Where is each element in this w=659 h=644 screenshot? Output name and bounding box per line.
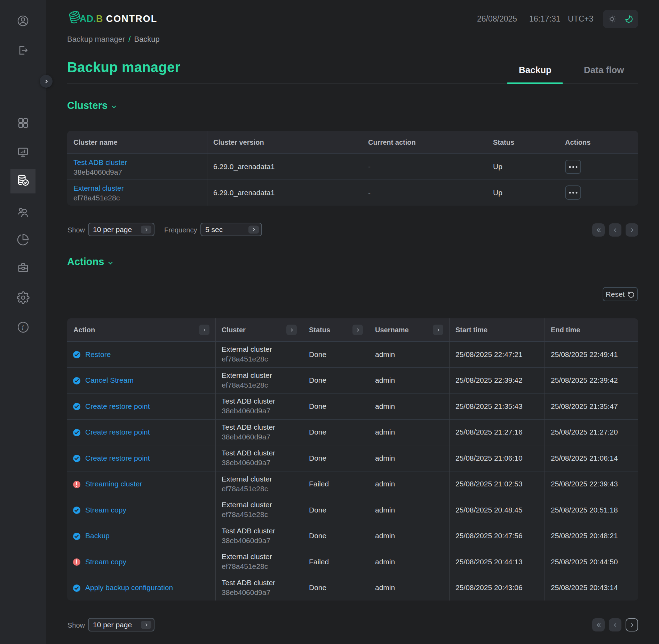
svg-text:i: i — [22, 323, 24, 332]
